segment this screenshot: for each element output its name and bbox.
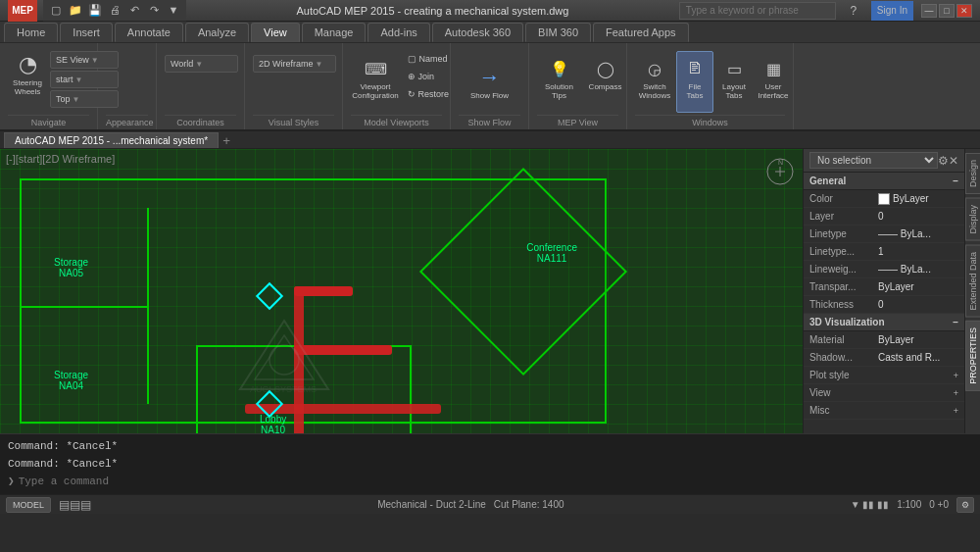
general-section-header[interactable]: General −: [804, 173, 964, 190]
snap-icons: ▼ ▮▮ ▮▮: [851, 499, 889, 510]
print-btn[interactable]: 🖨: [106, 1, 123, 19]
svg-text:N: N: [778, 159, 783, 166]
ribbon-tabs: Home Insert Annotate Analyze View Manage…: [0, 22, 980, 43]
quick-access-toolbar: ▢ 📁 💾 🖨 ↶ ↷ ▼: [43, 0, 186, 22]
tab-featured[interactable]: Featured Apps: [593, 23, 689, 42]
tab-bim360[interactable]: BIM 360: [525, 23, 591, 42]
side-tab-properties[interactable]: PROPERTIES: [965, 321, 981, 391]
general-title: General: [809, 176, 846, 186]
save-btn[interactable]: 💾: [86, 1, 104, 19]
viz3d-section-header[interactable]: 3D Visualization −: [804, 314, 964, 331]
prop-color: Color ByLayer: [804, 190, 964, 208]
viewport-config-btn[interactable]: ⌨ ViewportConfiguration: [351, 51, 400, 113]
status-settings-btn[interactable]: ⚙: [956, 497, 974, 513]
search-input[interactable]: [679, 2, 836, 20]
switch-windows-btn[interactable]: ◶ SwitchWindows: [635, 51, 674, 113]
undo-btn[interactable]: ↶: [125, 1, 143, 19]
prop-lineweight: Lineweig... —— ByLa...: [804, 261, 964, 278]
mep-label: MEP View: [537, 115, 618, 127]
ribbon-group-appearance: Appearance: [98, 43, 157, 129]
prop-close-btn[interactable]: ✕: [949, 154, 958, 168]
tab-view[interactable]: View: [251, 23, 300, 42]
maximize-btn[interactable]: □: [939, 4, 955, 18]
drawing-canvas[interactable]: [-][start][2D Wireframe] StorageNA05 Sto…: [0, 149, 803, 433]
tab-addins[interactable]: Add-ins: [368, 23, 429, 42]
command-input-row: ❯: [8, 475, 972, 487]
file-tabs-btn[interactable]: 🖹 File Tabs: [676, 51, 713, 113]
side-tab-extended[interactable]: Extended Data: [965, 245, 981, 318]
grid-indicator: ▤▤▤: [59, 498, 91, 512]
watermark: AUGI-SYSTEMS: [225, 306, 343, 404]
command-input[interactable]: [19, 476, 972, 487]
ribbon: ◔ SteeringWheels SE View▼ start▼ Top▼ Na…: [0, 43, 980, 131]
svg-marker-1: [255, 335, 314, 379]
ribbon-group-navigate: ◔ SteeringWheels SE View▼ start▼ Top▼ Na…: [0, 43, 98, 129]
side-tabs: Design Display Extended Data PROPERTIES: [964, 149, 980, 433]
prop-material: Material ByLayer: [804, 331, 964, 349]
prop-misc[interactable]: Misc +: [804, 402, 964, 420]
new-btn[interactable]: ▢: [47, 1, 65, 19]
prop-plotstyle[interactable]: Plot style +: [804, 367, 964, 384]
wireframe-dropdown[interactable]: 2D Wireframe▼: [253, 55, 336, 73]
pipe-elbow1: [294, 286, 353, 296]
view-label: [-][start][2D Wireframe]: [6, 153, 115, 165]
signin-btn[interactable]: Sign In: [871, 1, 913, 21]
new-tab-btn[interactable]: +: [219, 133, 234, 148]
qat-customize[interactable]: ▼: [165, 1, 182, 19]
compass: N: [765, 157, 795, 186]
help-icon[interactable]: ?: [844, 1, 863, 21]
room-storage1: StorageNA05: [54, 257, 88, 278]
autocad-logo[interactable]: MEP: [8, 0, 37, 22]
main-area: [-][start][2D Wireframe] StorageNA05 Sto…: [0, 149, 980, 433]
title-bar: MEP ▢ 📁 💾 🖨 ↶ ↷ ▼ AutoCAD MEP 2015 - cre…: [0, 0, 980, 22]
named-btn[interactable]: ▢ Named: [402, 51, 455, 67]
prop-transparency: Transpar... ByLayer: [804, 278, 964, 296]
user-interface-btn[interactable]: ▦ User Interface: [755, 51, 792, 113]
show-flow-btn[interactable]: → Show Flow: [461, 60, 519, 104]
restore-btn[interactable]: ↻ Restore: [402, 86, 455, 102]
join-btn[interactable]: ⊕ Join: [402, 69, 455, 84]
color-swatch[interactable]: [878, 193, 890, 205]
room-storage2: StorageNA04: [54, 370, 88, 391]
tab-manage[interactable]: Manage: [302, 23, 367, 42]
command-area: Command: *Cancel* Command: *Cancel* ❯: [0, 433, 980, 494]
prop-settings-btn[interactable]: ⚙: [938, 154, 949, 168]
solution-tips-btn[interactable]: 💡 Solution Tips: [537, 51, 581, 113]
tab-insert[interactable]: Insert: [60, 23, 113, 42]
linetype-label: Mechanical - Duct 2-Line: [377, 499, 486, 510]
tab-analyze[interactable]: Analyze: [185, 23, 249, 42]
ribbon-group-showflow: → Show Flow Show Flow: [451, 43, 529, 129]
steering-wheels-btn[interactable]: ◔ SteeringWheels: [8, 47, 47, 100]
svg-point-2: [270, 345, 299, 375]
prop-linetype: Linetype —— ByLa...: [804, 226, 964, 243]
visual-styles-label: Visual Styles: [253, 115, 334, 127]
layout-tabs-btn[interactable]: ▭ Layout Tabs: [715, 51, 753, 113]
prop-thickness: Thickness 0: [804, 296, 964, 314]
cmd-prompt: ❯: [8, 475, 15, 487]
redo-btn[interactable]: ↷: [145, 1, 163, 19]
tab-autodesk360[interactable]: Autodesk 360: [432, 23, 523, 42]
world-dropdown[interactable]: World▼: [165, 55, 238, 73]
properties-panel: No selection ⚙ ✕ General − Color ByLayer…: [803, 149, 964, 433]
model-tab-btn[interactable]: MODEL: [6, 497, 51, 513]
prop-linetype-scale: Linetype... 1: [804, 243, 964, 261]
title-text: AutoCAD MEP 2015 - creating a mechanical…: [296, 5, 568, 17]
ribbon-group-coordinates: World▼ Coordinates: [157, 43, 245, 129]
side-tab-design[interactable]: Design: [965, 153, 981, 194]
selection-dropdown[interactable]: No selection: [809, 152, 938, 169]
tab-home[interactable]: Home: [4, 23, 58, 42]
doc-tab-0[interactable]: AutoCAD MEP 2015 - ...mechanical system*: [4, 132, 219, 148]
coords-btn[interactable]: 0 +0: [929, 499, 949, 510]
open-btn[interactable]: 📁: [67, 1, 84, 19]
wall-h1: [20, 306, 147, 308]
prop-shadow: Shadow... Casts and R...: [804, 349, 964, 367]
side-tab-display[interactable]: Display: [965, 198, 981, 241]
appearance-label: Appearance: [106, 115, 148, 127]
minimize-btn[interactable]: —: [921, 4, 937, 18]
ribbon-group-mep: 💡 Solution Tips ◯ Compass MEP View: [529, 43, 627, 129]
compass-btn[interactable]: ◯ Compass: [583, 51, 627, 113]
close-btn[interactable]: ✕: [956, 4, 972, 18]
zoom-level: 1:100: [897, 499, 921, 510]
tab-annotate[interactable]: Annotate: [115, 23, 183, 42]
prop-view[interactable]: View +: [804, 384, 964, 402]
